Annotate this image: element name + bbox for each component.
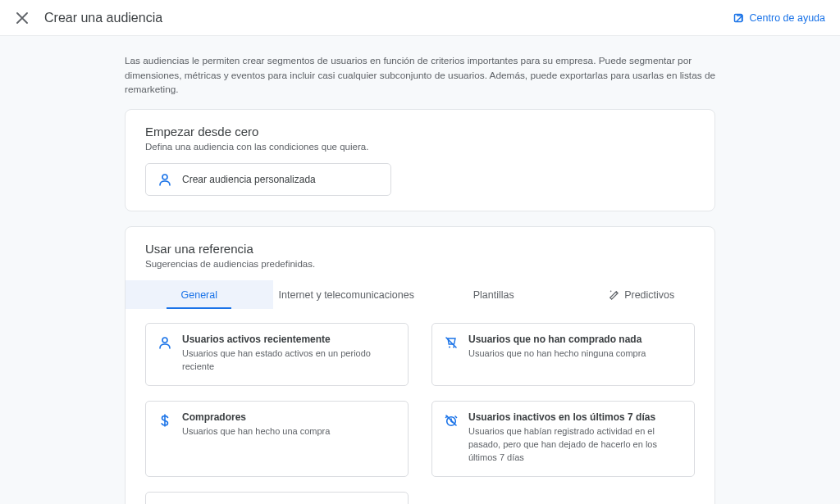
start-from-scratch-card: Empezar desde cero Defina una audiencia … (125, 109, 715, 211)
tile-title: Usuarios que no han comprado nada (468, 334, 646, 345)
reference-tabs: General Internet y telecomunicaciones Pl… (126, 280, 714, 310)
header-left: Crear una audiencia (15, 11, 162, 25)
reference-title: Usar una referencia (145, 242, 695, 256)
reference-grid: Usuarios activos recientemente Usuarios … (145, 323, 695, 504)
tab-general[interactable]: General (126, 280, 273, 309)
dollar-icon (158, 411, 172, 465)
tile-non-purchasers[interactable]: Usuarios que no han comprado nada Usuari… (431, 323, 695, 386)
tile-7day-inactive-users[interactable]: Usuarios inactivos en los últimos 7 días… (431, 401, 695, 477)
use-reference-card: Usar una referencia Sugerencias de audie… (125, 226, 715, 504)
tile-desc: Usuarios que han hecho una compra (182, 425, 330, 438)
reference-subtitle: Sugerencias de audiencias predefinidas. (145, 259, 695, 269)
person-icon (158, 334, 172, 374)
help-center-label: Centro de ayuda (750, 12, 825, 24)
scratch-title: Empezar desde cero (145, 125, 695, 138)
intro-text: Las audiencias le permiten crear segment… (125, 54, 715, 98)
create-custom-audience-button[interactable]: Crear audiencia personalizada (145, 163, 391, 196)
create-custom-label: Crear audiencia personalizada (182, 174, 316, 185)
tile-desc: Usuarios que han estado activos en un pe… (182, 347, 396, 374)
page-title: Crear una audiencia (44, 11, 162, 25)
header-bar: Crear una audiencia Centro de ayuda (0, 0, 840, 36)
open-external-icon (733, 12, 745, 24)
tile-title: Compradores (182, 411, 330, 423)
tab-predictive[interactable]: Predictivos (568, 280, 715, 309)
tile-title: Usuarios inactivos en los últimos 7 días (468, 411, 682, 423)
person-icon (158, 172, 172, 187)
no-shopping-icon (444, 334, 459, 374)
clock-off-icon (444, 411, 459, 465)
help-center-link[interactable]: Centro de ayuda (733, 12, 825, 24)
page-body: Las audiencias le permiten crear segment… (0, 36, 840, 504)
tab-templates[interactable]: Plantillas (420, 280, 568, 309)
tab-internet-telecom[interactable]: Internet y telecomunicaciones (273, 280, 421, 309)
tile-purchasers[interactable]: Compradores Usuarios que han hecho una c… (145, 401, 409, 477)
wand-icon (607, 288, 619, 301)
close-icon[interactable] (15, 11, 30, 25)
scratch-subtitle: Defina una audiencia con las condiciones… (145, 142, 695, 152)
tile-desc: Usuarios que no han hecho ninguna compra (468, 347, 646, 361)
tile-desc: Usuarios que habían registrado actividad… (468, 425, 682, 465)
tile-title: Usuarios activos recientemente (182, 334, 396, 345)
tile-recently-active-users[interactable]: Usuarios activos recientemente Usuarios … (145, 323, 409, 386)
tile-7day-inactive-purchasers[interactable]: Compradores inactivos en los últimos 7 d… (145, 492, 409, 504)
